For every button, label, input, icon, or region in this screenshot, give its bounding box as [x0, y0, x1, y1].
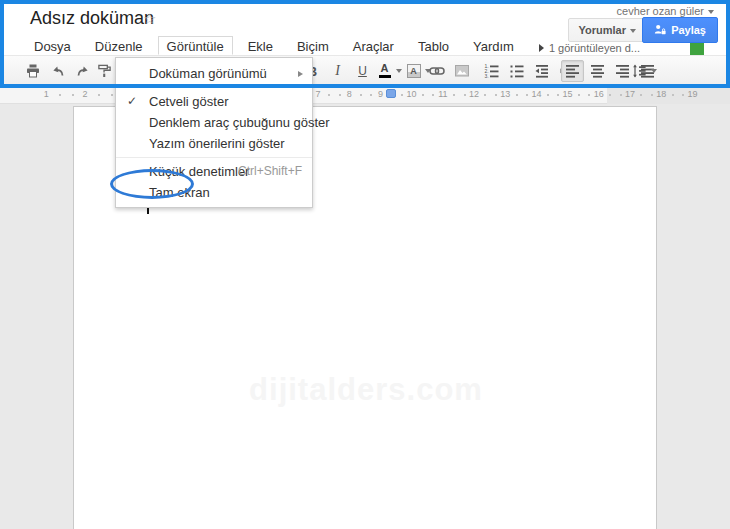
viewers-indicator[interactable]: 1 görüntüleyen d... — [539, 42, 640, 54]
toolbar-group — [20, 59, 124, 83]
ruler-tick — [651, 94, 653, 96]
expand-triangle-icon — [539, 44, 544, 52]
header: Adsız doküman ☆ cevher ozan güler Yoruml… — [0, 0, 730, 55]
document-canvas: dijitalders.com — [0, 105, 730, 529]
menu-item-label: Küçük denetimler — [149, 164, 249, 179]
ruler-tick — [328, 94, 330, 96]
document-title[interactable]: Adsız doküman — [30, 8, 154, 29]
menubar: DosyaDüzenleGörüntüleEkleBiçimAraçlarTab… — [22, 36, 526, 55]
ruler-number: 13 — [500, 89, 510, 99]
view-menu-item-cetveli-g-ster[interactable]: Cetveli göster✓ — [116, 91, 312, 112]
underline-icon[interactable]: U — [351, 60, 374, 82]
share-button[interactable]: Paylaş — [642, 17, 718, 43]
toolbar-group: BIUAA — [300, 59, 433, 83]
submenu-arrow-icon — [298, 71, 303, 77]
ruler-number: 9 — [378, 89, 383, 99]
menu-item-label: Denklem araç çubuğunu göster — [149, 115, 330, 130]
ruler-tick — [72, 94, 74, 96]
ruler-tick — [432, 94, 434, 96]
view-menu-item-k-k-denetimler[interactable]: Küçük denetimlerCtrl+Shift+F — [116, 161, 312, 182]
menubar-item-ekle[interactable]: Ekle — [239, 36, 282, 55]
print-icon[interactable] — [21, 60, 44, 82]
menubar-item-dosya[interactable]: Dosya — [25, 36, 80, 55]
numbered-list-icon[interactable]: 1.2.3. — [480, 60, 503, 82]
outdent-icon[interactable] — [530, 60, 553, 82]
ruler-number: 14 — [531, 89, 541, 99]
ruler-number: 12 — [469, 89, 479, 99]
account-menu[interactable]: cevher ozan güler — [617, 5, 714, 17]
view-menu-item-dok-man-g-r-n-m-[interactable]: Doküman görünümü — [116, 63, 312, 84]
view-menu-item-tam-ekran[interactable]: Tam ekran — [116, 182, 312, 203]
ruler-tick — [516, 94, 518, 96]
align-center-icon[interactable] — [586, 60, 609, 82]
svg-text:3.: 3. — [484, 73, 488, 79]
menu-item-label: Doküman görünümü — [149, 66, 267, 81]
highlight-color-icon[interactable]: A — [405, 60, 422, 82]
indent-marker[interactable] — [386, 89, 396, 98]
ruler-tick — [98, 94, 100, 96]
ruler-number: 17 — [625, 89, 635, 99]
menu-separator — [116, 157, 312, 158]
ruler-tick — [59, 94, 61, 96]
ruler-tick — [360, 94, 362, 96]
ruler-number: 11 — [438, 89, 447, 99]
paint-format-icon[interactable] — [96, 60, 113, 82]
ruler-number: 1 — [44, 89, 49, 99]
ruler-tick — [547, 94, 549, 96]
ruler-tick — [620, 94, 622, 96]
ruler-tick — [484, 94, 486, 96]
ruler-tick — [526, 94, 528, 96]
chevron-down-icon — [708, 10, 714, 14]
menubar-item-düzenle[interactable]: Düzenle — [86, 36, 152, 55]
menubar-item-görüntüle[interactable]: Görüntüle — [158, 36, 233, 55]
chevron-down-icon — [630, 29, 636, 33]
menubar-item-tablo[interactable]: Tablo — [409, 36, 458, 55]
ruler-number: 19 — [687, 89, 697, 99]
text-color-dropdown-icon[interactable] — [396, 69, 402, 73]
ruler-tick — [578, 94, 580, 96]
toolbar: BIUAA1.2.3. — [0, 55, 730, 85]
insert-link-icon[interactable] — [425, 60, 448, 82]
view-menu-dropdown: Doküman görünümüCetveli göster✓Denklem a… — [115, 57, 313, 208]
menubar-item-biçim[interactable]: Biçim — [288, 36, 338, 55]
comments-button[interactable]: Yorumlar — [568, 18, 647, 42]
text-color-icon[interactable]: A — [376, 60, 393, 82]
menu-item-label: Tam ekran — [149, 185, 210, 200]
insert-image-icon[interactable] — [450, 60, 473, 82]
toolbar-group — [424, 59, 474, 83]
ruler-tick — [495, 94, 497, 96]
ruler-tick — [682, 94, 684, 96]
menubar-item-araçlar[interactable]: Araçlar — [344, 36, 403, 55]
ruler-number: 7 — [315, 89, 320, 99]
ruler-number: 8 — [347, 89, 352, 99]
google-docs-window: Adsız doküman ☆ cevher ozan güler Yoruml… — [0, 0, 730, 529]
watermark: dijitalders.com — [74, 372, 658, 408]
ruler-tick — [370, 94, 372, 96]
ruler-tick — [422, 94, 424, 96]
menubar-item-yardım[interactable]: Yardım — [464, 36, 523, 55]
align-left-icon[interactable] — [561, 60, 584, 82]
toolbar-group — [630, 59, 659, 83]
view-menu-item-yaz-m-nerilerini-g-ster[interactable]: Yazım önerilerini göster — [116, 133, 312, 154]
shortcut-label: Ctrl+Shift+F — [238, 161, 302, 182]
line-spacing-dropdown-icon[interactable] — [651, 69, 657, 73]
ruler-number: 2 — [82, 89, 87, 99]
line-spacing-icon[interactable] — [631, 60, 648, 82]
ruler-tick — [588, 94, 590, 96]
bulleted-list-icon[interactable] — [505, 60, 528, 82]
ruler: 12345678910111213141516171819 — [0, 86, 730, 104]
menu-item-label: Cetveli göster — [149, 94, 228, 109]
view-menu-item-denklem-ara-ubu-unu-g-ster[interactable]: Denklem araç çubuğunu göster — [116, 112, 312, 133]
ruler-number: 15 — [563, 89, 573, 99]
ruler-number: 18 — [656, 89, 666, 99]
ruler-tick — [453, 94, 455, 96]
ruler-tick — [339, 94, 341, 96]
star-icon[interactable]: ☆ — [143, 10, 156, 28]
italic-icon[interactable]: I — [326, 60, 349, 82]
ruler-tick — [640, 94, 642, 96]
redo-icon[interactable] — [71, 60, 94, 82]
checkmark-icon: ✓ — [127, 91, 137, 112]
ruler-tick — [609, 94, 611, 96]
undo-icon[interactable] — [46, 60, 69, 82]
account-name: cevher ozan güler — [617, 5, 704, 17]
